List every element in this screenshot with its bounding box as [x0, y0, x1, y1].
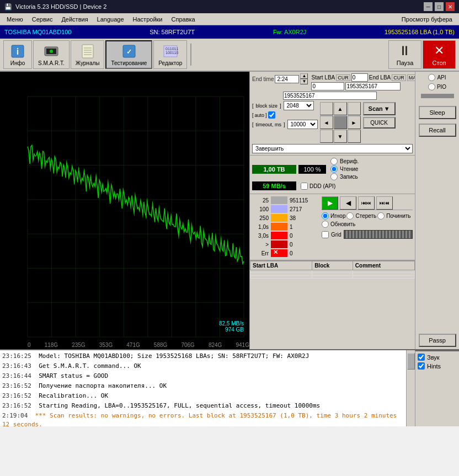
start-lba-cur-label: CUR	[336, 74, 350, 81]
hints-checkbox-row: Hints	[418, 362, 457, 370]
arrow-pad: ▲ ◄ ► ▼	[320, 102, 361, 143]
timeout-label: timeout, ms	[256, 122, 282, 127]
editor-button[interactable]: 01101110 10011011 Редактор	[153, 40, 187, 69]
block-size-bracket: [	[252, 103, 254, 109]
auto-checkbox[interactable]	[268, 111, 275, 119]
arrow-ur[interactable]	[348, 102, 361, 115]
stop-button[interactable]: ✕ Стоп	[423, 40, 456, 69]
arrow-ul[interactable]	[320, 102, 333, 115]
fix-radio: Починить	[377, 212, 410, 220]
log-line-0: 23:16:25 Model: TOSHIBA MQ01ABD100; Size…	[2, 351, 404, 361]
menu-item-menu[interactable]: Меню	[2, 15, 28, 24]
block-1s-color	[271, 223, 287, 231]
skip-fwd-button[interactable]: ⏮⏭	[358, 196, 375, 210]
close-button[interactable]: ✕	[446, 2, 455, 11]
scan-button[interactable]: Scan ▼	[363, 102, 396, 115]
pio-radio-input[interactable]	[428, 83, 435, 90]
timeout-select[interactable]: 10000 5000 20000	[287, 120, 318, 129]
log-line-3: 23:16:52 Получение паспорта накопителя..…	[2, 381, 404, 391]
block-250-color	[271, 214, 287, 222]
menu-item-settings[interactable]: Настройки	[129, 15, 167, 24]
ignore-radio-input[interactable]	[322, 212, 329, 220]
editor-icon: 01101110 10011011	[162, 43, 179, 59]
api-radio: API	[428, 74, 446, 81]
block-100-count: 2717	[290, 206, 317, 212]
menu-item-actions[interactable]: Действия	[57, 15, 92, 24]
sound-checkbox[interactable]	[418, 354, 425, 361]
end-time-input[interactable]	[275, 75, 299, 83]
hints-checkbox[interactable]	[418, 362, 425, 370]
start-lba-input[interactable]	[311, 82, 344, 90]
sleep-button[interactable]: Sleep	[419, 106, 456, 119]
bottom-right-panel: Звук Hints	[415, 350, 459, 426]
arrow-down[interactable]: ▼	[334, 130, 347, 143]
titlebar-left: 💾 Victoria 5.23 HDD/SSD | Device 2	[4, 3, 106, 10]
speed-row: 59 MB/s DDD (API)	[252, 181, 413, 190]
write-radio-input[interactable]	[330, 173, 338, 180]
menu-item-language[interactable]: Language	[93, 15, 129, 24]
smart-icon	[42, 43, 60, 59]
svg-text:i: i	[17, 47, 19, 56]
api-radio-input[interactable]	[428, 74, 435, 81]
erase-radio-input[interactable]	[346, 212, 354, 220]
recall-button[interactable]: Recall	[419, 124, 456, 137]
table-header-startlba: Start LBA	[250, 261, 312, 270]
passp-button[interactable]: Passp	[419, 334, 456, 347]
menu-item-help[interactable]: Справка	[167, 15, 200, 24]
journals-button[interactable]: Журналы	[71, 40, 105, 69]
ddd-checkbox[interactable]	[301, 183, 308, 190]
arrow-right[interactable]: ►	[348, 116, 361, 129]
maximize-button[interactable]: □	[435, 2, 444, 11]
svg-rect-5	[82, 45, 93, 58]
update-radio-input[interactable]	[322, 221, 329, 228]
start-lba-cur-val[interactable]	[351, 73, 368, 82]
block-counts: 25 951115 100 2717 250 38	[250, 194, 415, 260]
arrow-dl[interactable]	[320, 130, 333, 143]
pause-button[interactable]: ⏸ Пауза	[388, 40, 421, 69]
end-time-up[interactable]: ▲	[300, 73, 308, 79]
speed-value: 59 MB/s	[252, 181, 296, 190]
end-lba-input2[interactable]	[283, 92, 377, 100]
prev-button[interactable]: ◀	[340, 196, 356, 210]
menu-item-buffer[interactable]: Просмотр буфера	[397, 15, 457, 24]
quick-button[interactable]: QUICK	[363, 117, 396, 129]
menubar: Меню Сервис Действия Language Настройки …	[0, 13, 459, 25]
arrow-left[interactable]: ◄	[320, 116, 333, 129]
read-radio-input[interactable]	[330, 165, 338, 173]
fix-radio-input[interactable]	[377, 212, 385, 220]
block-100-color	[271, 205, 287, 213]
log-scrollbar-thumb[interactable]	[407, 353, 415, 370]
finish-select[interactable]: Завершить	[252, 144, 413, 153]
skip-end-button[interactable]: ⏭⏮	[376, 196, 393, 210]
log-line-5: 23:16:52 Starting Reading, LBA=0..195352…	[2, 401, 404, 411]
play-button[interactable]: ▶	[322, 196, 338, 210]
toolbar-separator	[190, 44, 191, 66]
arrow-up[interactable]: ▲	[334, 102, 347, 115]
block-size-select[interactable]: 2048 512 1024	[284, 101, 314, 110]
devicebar: TOSHIBA MQ01ABD100 SN: 58RFT2U7T Fw: AX0…	[0, 25, 459, 39]
end-lba-input[interactable]	[345, 82, 401, 90]
table-row	[250, 276, 415, 279]
arrow-dr[interactable]	[348, 130, 361, 143]
info-button[interactable]: i Инфо	[3, 40, 32, 69]
right-panel: End time ▲ ▼ Start LBA CUR End LBA	[249, 72, 415, 349]
info-icon: i	[9, 43, 26, 59]
grid-checkbox[interactable]	[322, 231, 329, 238]
arrow-center[interactable]	[334, 116, 347, 129]
menu-item-service[interactable]: Сервис	[28, 15, 57, 24]
titlebar-controls: ─ □ ✕	[424, 2, 455, 11]
titlebar-title: Victoria 5.23 HDD/SSD | Device 2	[15, 3, 106, 10]
verif-radio-input[interactable]	[330, 158, 338, 165]
log-line-6: 2:19:04 *** Scan results: no warnings, n…	[2, 411, 404, 426]
svg-text:✓: ✓	[126, 48, 132, 56]
end-time-down[interactable]: ▼	[300, 79, 308, 84]
minimize-button[interactable]: ─	[424, 2, 433, 11]
smart-button[interactable]: S.M.A.R.T.	[33, 40, 70, 69]
test-button[interactable]: ✓ Тестирование	[105, 40, 152, 69]
block-gt-color	[271, 240, 287, 248]
sound-checkbox-row: Звук	[418, 354, 457, 361]
editor-label: Редактор	[158, 60, 182, 66]
log-scrollbar[interactable]	[406, 350, 415, 426]
log-line-1: 23:16:43 Get S.M.A.R.T. command... OK	[2, 361, 404, 371]
block-1s-count: 1	[290, 224, 317, 230]
